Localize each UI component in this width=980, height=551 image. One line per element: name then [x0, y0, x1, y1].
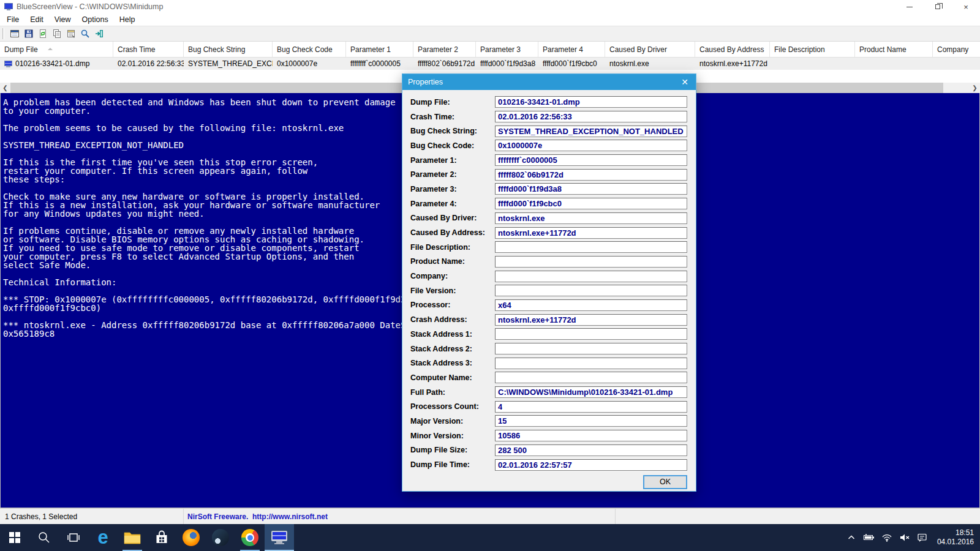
dialog-close-button[interactable]: ✕: [674, 74, 696, 90]
field-value-box-bug-check-string[interactable]: SYSTEM_THREAD_EXCEPTION_NOT_HANDLED: [495, 126, 687, 137]
dialog-field-bug-check-string: Bug Check String:SYSTEM_THREAD_EXCEPTION…: [402, 124, 696, 138]
field-value-box-caused-by-address[interactable]: ntoskrnl.exe+11772d: [495, 227, 687, 239]
properties-button[interactable]: [64, 27, 78, 40]
column-header-company[interactable]: Company: [933, 42, 980, 57]
column-label: Parameter 1: [350, 45, 391, 54]
table-row[interactable]: 010216-33421-01.dmp02.01.2016 22:56:33SY…: [0, 58, 980, 70]
table-header: Dump FileCrash TimeBug Check StringBug C…: [0, 42, 980, 58]
field-value-box-minor-version[interactable]: 10586: [495, 430, 687, 441]
action-center-icon[interactable]: [916, 529, 929, 546]
menu-help[interactable]: Help: [114, 14, 141, 25]
field-value: 10586: [496, 431, 520, 440]
field-value-box-caused-by-driver[interactable]: ntoskrnl.exe: [495, 212, 687, 224]
titlebar: BlueScreenView - C:\WINDOWS\Minidump ×: [0, 0, 980, 13]
column-header-caused-by-driver[interactable]: Caused By Driver: [605, 42, 695, 57]
nirsoft-link[interactable]: NirSoft Freeware. http://www.nirsoft.net: [187, 512, 328, 521]
taskbar-firefox[interactable]: [176, 524, 206, 551]
volume-muted-icon[interactable]: [898, 529, 911, 546]
wifi-icon[interactable]: [880, 529, 894, 546]
taskbar-steam[interactable]: [206, 524, 235, 551]
dialog-field-product-name: Product Name:: [402, 255, 696, 269]
field-value-box-company[interactable]: [495, 271, 687, 282]
field-value-box-crash-address[interactable]: ntoskrnl.exe+11772d: [495, 314, 687, 326]
field-value-box-file-version[interactable]: [495, 285, 687, 296]
app-icon: [4, 3, 13, 10]
field-value-box-dump-file[interactable]: 010216-33421-01.dmp: [495, 96, 687, 108]
column-header-parameter-2[interactable]: Parameter 2: [413, 42, 476, 57]
taskbar-store[interactable]: [147, 524, 176, 551]
field-value-box-parameter-2[interactable]: fffff802`06b9172d: [495, 169, 687, 181]
field-value: fffff802`06b9172d: [496, 170, 564, 179]
taskbar-bluescreenview[interactable]: [265, 524, 294, 551]
cell-caused-by-address: ntoskrnl.exe+11772d: [695, 59, 770, 68]
column-header-caused-by-address[interactable]: Caused By Address: [695, 42, 770, 57]
column-header-parameter-1[interactable]: Parameter 1: [346, 42, 413, 57]
scroll-left-arrow[interactable]: ❮: [0, 83, 10, 93]
taskbar-start[interactable]: [0, 524, 29, 551]
column-header-crash-time[interactable]: Crash Time: [113, 42, 184, 57]
taskbar-task-view[interactable]: [59, 524, 88, 551]
taskbar-clock[interactable]: 18:51 04.01.2016: [933, 528, 974, 547]
taskbar-chrome[interactable]: [235, 524, 265, 551]
dialog-field-parameter-1: Parameter 1:ffffffff`c0000005: [402, 153, 696, 168]
exit-button[interactable]: [92, 27, 106, 40]
field-label: Full Path:: [410, 388, 495, 397]
close-button[interactable]: ×: [952, 0, 980, 13]
column-label: Parameter 4: [543, 45, 583, 54]
copy-button[interactable]: [50, 27, 64, 40]
save-button[interactable]: [21, 27, 36, 40]
restore-icon: [935, 4, 940, 9]
scroll-right-arrow[interactable]: ❯: [970, 83, 980, 93]
field-value-box-bug-check-code[interactable]: 0x1000007e: [495, 140, 687, 151]
cell-crash-time: 02.01.2016 22:56:33: [113, 59, 184, 68]
ok-button[interactable]: OK: [643, 475, 687, 489]
taskbar-file-explorer[interactable]: [118, 524, 147, 551]
windows-logo-icon: [9, 532, 20, 543]
column-header-file-description[interactable]: File Description: [770, 42, 855, 57]
column-header-parameter-4[interactable]: Parameter 4: [538, 42, 605, 57]
column-header-bug-check-code[interactable]: Bug Check Code: [273, 42, 346, 57]
close-icon: ×: [963, 2, 968, 12]
field-value: ntoskrnl.exe+11772d: [496, 315, 576, 324]
battery-icon[interactable]: [862, 529, 876, 546]
hidden-icons-chevron-icon[interactable]: [845, 529, 858, 546]
menu-view[interactable]: View: [49, 14, 77, 25]
field-value-box-stack-address-2[interactable]: [495, 343, 687, 354]
column-header-product-name[interactable]: Product Name: [855, 42, 933, 57]
firefox-icon: [183, 529, 200, 546]
field-value-box-product-name[interactable]: [495, 256, 687, 268]
field-value-box-stack-address-3[interactable]: [495, 358, 687, 369]
field-value-box-file-description[interactable]: [495, 241, 687, 253]
field-value-box-full-path[interactable]: C:\WINDOWS\Minidump\010216-33421-01.dmp: [495, 386, 687, 398]
cell-text: ntoskrnl.exe+11772d: [699, 59, 767, 68]
column-header-parameter-3[interactable]: Parameter 3: [476, 42, 538, 57]
field-value-box-major-version[interactable]: 15: [495, 415, 687, 427]
field-value-box-stack-address-1[interactable]: [495, 328, 687, 340]
taskbar-edge[interactable]: e: [88, 524, 118, 551]
column-header-bug-check-string[interactable]: Bug Check String: [184, 42, 273, 57]
field-value-box-processor[interactable]: x64: [495, 299, 687, 311]
field-value: 15: [496, 416, 507, 425]
find-button[interactable]: [78, 27, 92, 40]
field-value-box-parameter-3[interactable]: ffffd000`f1f9d3a8: [495, 183, 687, 195]
refresh-button[interactable]: [36, 27, 50, 40]
restore-button[interactable]: [924, 0, 952, 13]
taskbar-search[interactable]: [29, 524, 59, 551]
field-value-box-crash-time[interactable]: 02.01.2016 22:56:33: [495, 111, 687, 122]
field-value-box-parameter-4[interactable]: ffffd000`f1f9cbc0: [495, 198, 687, 209]
open-report-button[interactable]: [7, 27, 21, 40]
minimize-button[interactable]: [895, 0, 924, 13]
menu-file[interactable]: File: [1, 14, 24, 25]
dump-file-icon: [4, 61, 12, 67]
field-value-box-computer-name[interactable]: [495, 372, 687, 383]
field-label: Parameter 4:: [410, 200, 495, 208]
field-value-box-dump-file-time[interactable]: 02.01.2016 22:57:57: [495, 459, 687, 471]
menu-options[interactable]: Options: [77, 14, 114, 25]
menu-edit[interactable]: Edit: [24, 14, 49, 25]
column-label: Product Name: [859, 45, 907, 54]
field-value-box-parameter-1[interactable]: ffffffff`c0000005: [495, 154, 687, 166]
field-value: 02.01.2016 22:56:33: [496, 112, 572, 121]
column-header-dump-file[interactable]: Dump File: [0, 42, 113, 57]
field-value-box-dump-file-size[interactable]: 282 500: [495, 444, 687, 456]
field-value-box-processors-count[interactable]: 4: [495, 401, 687, 413]
